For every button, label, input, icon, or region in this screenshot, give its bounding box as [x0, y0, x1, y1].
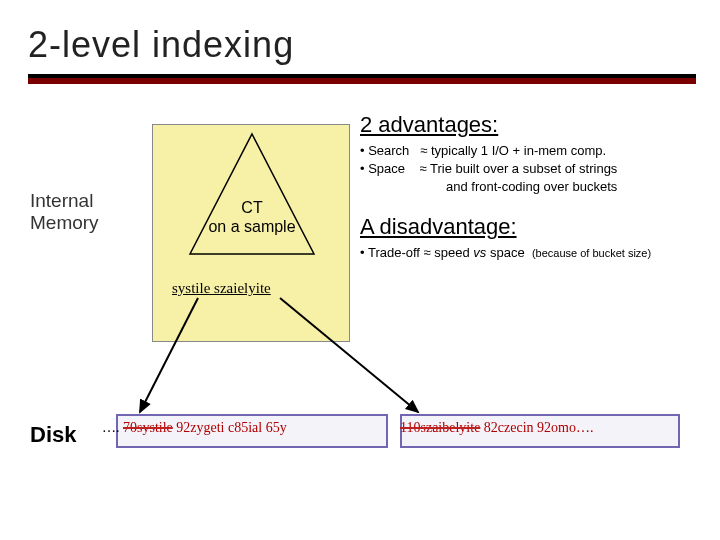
ct-line2: on a sample — [208, 218, 295, 235]
sample-words: systile szaielyite — [172, 280, 271, 297]
dis-space: space — [490, 245, 525, 260]
disadvantage-line: • Trade-off ≈ speed vs space (because of… — [360, 244, 651, 262]
adv2-text: ≈ Trie built over a subset of strings — [419, 161, 617, 176]
b1-mid: 92zygeti c85ial 65y — [176, 420, 286, 435]
advantage-2: • Space ≈ Trie built over a subset of st… — [360, 160, 617, 178]
b2-strike: 110szaibelyite — [400, 420, 480, 435]
title-rule — [28, 74, 696, 84]
dis-vs: vs — [473, 245, 486, 260]
slide-title: 2-level indexing — [0, 0, 720, 74]
advantage-2-cont: and front-coding over buckets — [446, 178, 617, 196]
advantages-title: 2 advantages: — [360, 112, 498, 138]
adv2-label: • Space — [360, 161, 405, 176]
ct-line1: CT — [241, 199, 262, 216]
ct-label: CT on a sample — [207, 198, 297, 236]
bucket-2-text: 110szaibelyite 82czecin 92omo…. — [400, 420, 593, 436]
adv1-label: • Search — [360, 143, 409, 158]
bucket-1-text: …. 70systile 92zygeti c85ial 65y — [102, 420, 287, 436]
dis-bullet: • Trade-off ≈ speed — [360, 245, 470, 260]
dis-note: (because of bucket size) — [532, 247, 651, 259]
trie-triangle — [186, 132, 318, 256]
disk-label: Disk — [30, 422, 76, 448]
b1-strike: 70systile — [123, 420, 173, 435]
b1-prefix: …. — [102, 420, 120, 435]
disadvantage-title: A disadvantage: — [360, 214, 517, 240]
adv1-text: ≈ typically 1 I/O + in-mem comp. — [420, 143, 606, 158]
internal-memory-label: Internal Memory — [30, 190, 140, 234]
b2-rest: 82czecin 92omo…. — [484, 420, 594, 435]
advantage-1: • Search ≈ typically 1 I/O + in-mem comp… — [360, 142, 606, 160]
slide-body: CT on a sample Internal Memory systile s… — [0, 84, 720, 514]
